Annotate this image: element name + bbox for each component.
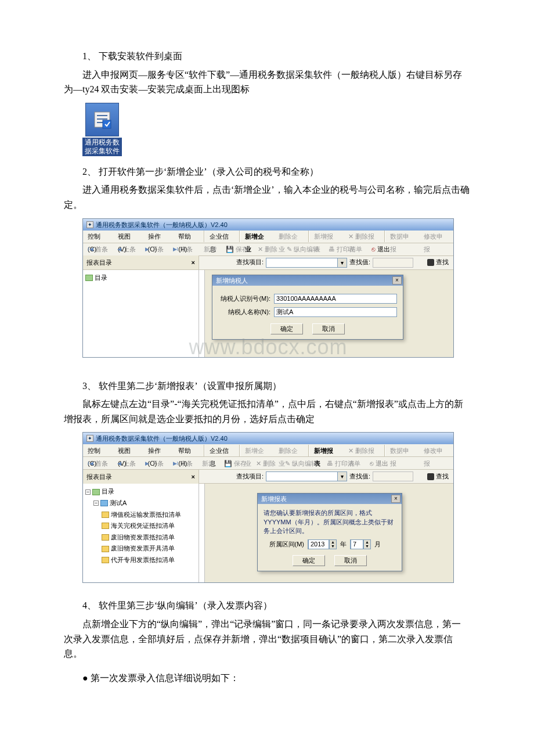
- binoculars-icon: [427, 259, 434, 266]
- tree-collapse-icon[interactable]: −: [93, 501, 99, 506]
- nav-next[interactable]: ▶ 下条: [140, 457, 168, 470]
- find-value-input[interactable]: [373, 471, 413, 481]
- dlg2-title: 新增报表: [261, 494, 287, 504]
- btn-data-report[interactable]: 数据申报: [385, 444, 420, 457]
- btn-del-company[interactable]: 删除企业: [274, 444, 308, 457]
- tree-root-icon: [92, 489, 100, 495]
- dlg-title: 新增纳税人: [216, 275, 248, 286]
- btn-company-info[interactable]: 企业信息: [205, 230, 239, 243]
- tree-header: 报表目录: [86, 255, 112, 269]
- app-icon: ✦: [86, 435, 93, 442]
- tree-collapse-icon[interactable]: −: [85, 489, 91, 495]
- tree-company-label[interactable]: 测试A: [110, 498, 127, 509]
- menu-help[interactable]: 帮助(H): [174, 444, 204, 457]
- find-item-combo[interactable]: [266, 471, 347, 481]
- tree-root-label[interactable]: 目录: [95, 273, 107, 283]
- nav-vert-edit[interactable]: ✎纵向编辑: [280, 457, 322, 470]
- tree-item[interactable]: 代开专用发票抵扣清单: [111, 555, 175, 566]
- menu-help[interactable]: 帮助(H): [174, 230, 204, 243]
- btn-del-report[interactable]: ✕ 删除报表: [344, 444, 384, 457]
- find-item-label: 查找项目:: [234, 257, 266, 268]
- shortcut-label: 通用税务数 据采集软件: [82, 138, 122, 156]
- btn-add-report[interactable]: 新增报表: [309, 444, 344, 457]
- month-input[interactable]: [351, 539, 363, 549]
- spin-up-icon[interactable]: ▲: [329, 540, 336, 545]
- btn-add-report[interactable]: 新增报表: [309, 230, 344, 243]
- btn-data-report[interactable]: 数据申报: [385, 230, 420, 243]
- menu-view[interactable]: 视图(V): [113, 230, 143, 243]
- dlg2-ok-button[interactable]: 确定: [293, 555, 325, 566]
- app1-searchbar: 报表目录 × 查找项目: 查找值: 查找: [83, 256, 453, 270]
- nav-last[interactable]: ▶I 末条: [168, 457, 198, 470]
- month-spinner[interactable]: ▲▼: [350, 539, 371, 549]
- tree-item[interactable]: 海关完税凭证抵扣清单: [111, 521, 175, 531]
- menu-operate[interactable]: 操作(O): [143, 230, 174, 243]
- nav-print[interactable]: 🖶打印清单: [322, 457, 365, 470]
- nav-save[interactable]: 💾保存: [221, 243, 253, 255]
- year-spinner[interactable]: ▲▼: [308, 539, 337, 549]
- btn-modify-report[interactable]: 修改申报: [419, 444, 453, 457]
- tree-item[interactable]: 废旧物资发票开具清单: [111, 543, 175, 554]
- btn-modify-report[interactable]: 修改申报: [419, 230, 453, 243]
- nav-last[interactable]: ▶I 末条: [168, 243, 198, 255]
- dlg2-cancel-button[interactable]: 取消: [334, 555, 367, 566]
- exit-icon: ⎋: [371, 243, 376, 255]
- btn-del-report[interactable]: ✕ 删除报表: [344, 230, 384, 243]
- nav-del[interactable]: ✕ 删除: [251, 457, 280, 470]
- menu-operate[interactable]: 操作(O): [143, 444, 174, 457]
- tree-item[interactable]: 增值税运输发票抵扣清单: [111, 510, 181, 520]
- step-2-body: 进入通用税务数据采集软件后，点击‘新增企业’，输入本企业的税号与公司名称，输完后…: [64, 182, 470, 212]
- folder-icon: [102, 557, 109, 563]
- nav-prev[interactable]: ◀ 上条: [113, 243, 140, 255]
- nav-print[interactable]: 🖶打印清单: [324, 243, 367, 255]
- app-screenshot-2: ✦ 通用税务数据采集软件（一般纳税人版）V2.40 控制(C) 视图(V) 操作…: [82, 432, 454, 583]
- find-item-combo[interactable]: [266, 258, 347, 268]
- menu-control[interactable]: 控制(C): [83, 230, 113, 243]
- btn-company-info[interactable]: 企业信息: [205, 444, 239, 457]
- dlg-cancel-button[interactable]: 取消: [312, 323, 345, 334]
- save-icon: 💾: [226, 243, 234, 255]
- shortcut-icon: [85, 103, 119, 136]
- dlg2-tip: 请您确认要新增报表的所属区间，格式YYYYMM（年月）。所属区间概念上类似于财务…: [264, 509, 396, 535]
- menu-control[interactable]: 控制(C): [83, 444, 113, 457]
- menu-view[interactable]: 视图(V): [113, 444, 143, 457]
- app2-navbar: I◀ 首条 ◀ 上条 ▶ 下条 ▶I 末条 新增 💾保存 ✕ 删除 ✎纵向编辑 …: [83, 457, 453, 470]
- app1-workarea: 目录 新增纳税人 × 纳税人识别号(M):: [83, 270, 453, 357]
- step-1-heading: 1、 下载安装软件到桌面: [64, 49, 470, 64]
- nav-new[interactable]: 新增: [197, 457, 219, 470]
- find-button[interactable]: 查找: [423, 471, 453, 482]
- nav-exit[interactable]: ⎋退出: [367, 243, 395, 255]
- nav-first[interactable]: I◀ 首条: [83, 243, 113, 255]
- tree-root-label[interactable]: 目录: [102, 487, 114, 497]
- spin-down-icon[interactable]: ▼: [329, 544, 336, 549]
- taxpayer-name-input[interactable]: [274, 307, 397, 317]
- nav-first[interactable]: I◀ 首条: [83, 457, 113, 470]
- spin-up-icon[interactable]: ▲: [363, 540, 370, 545]
- btn-add-company[interactable]: 新增企业: [240, 230, 275, 243]
- nav-vert-edit[interactable]: ✎纵向编辑: [282, 243, 324, 255]
- nav-del[interactable]: ✕ 删除: [253, 243, 282, 255]
- year-unit: 年: [340, 539, 347, 550]
- tree-close-icon[interactable]: ×: [192, 470, 195, 484]
- year-input[interactable]: [308, 539, 329, 549]
- dlg-close-icon[interactable]: ×: [392, 276, 402, 285]
- nav-save[interactable]: 💾保存: [219, 457, 251, 470]
- tree-close-icon[interactable]: ×: [192, 255, 195, 269]
- nav-prev[interactable]: ◀ 上条: [113, 457, 140, 470]
- nav-exit[interactable]: ⎋退出: [365, 457, 393, 470]
- dlg-ok-button[interactable]: 确定: [270, 323, 303, 334]
- btn-add-company[interactable]: 新增企业: [240, 444, 275, 457]
- dlg-close-icon[interactable]: ×: [391, 495, 400, 503]
- nav-next[interactable]: ▶ 下条: [140, 243, 168, 255]
- app1-mainpane: 新增纳税人 × 纳税人识别号(M): 纳税人名称(N):: [199, 270, 453, 357]
- step-1-body: 进入申报网页—服务专区“软件下载”—通用税务数据采集软件（一般纳税人版）右键目标…: [64, 67, 470, 97]
- folder-icon: [102, 546, 109, 552]
- tree-item[interactable]: 废旧物资发票抵扣清单: [111, 532, 175, 543]
- find-value-input[interactable]: [373, 258, 413, 268]
- taxpayer-id-input[interactable]: [274, 294, 397, 304]
- spin-down-icon[interactable]: ▼: [363, 544, 370, 549]
- add-taxpayer-dialog: 新增纳税人 × 纳税人识别号(M): 纳税人名称(N):: [212, 275, 403, 340]
- nav-new[interactable]: 新增: [197, 243, 221, 255]
- btn-del-company[interactable]: 删除企业: [274, 230, 308, 243]
- find-button[interactable]: 查找: [423, 257, 453, 268]
